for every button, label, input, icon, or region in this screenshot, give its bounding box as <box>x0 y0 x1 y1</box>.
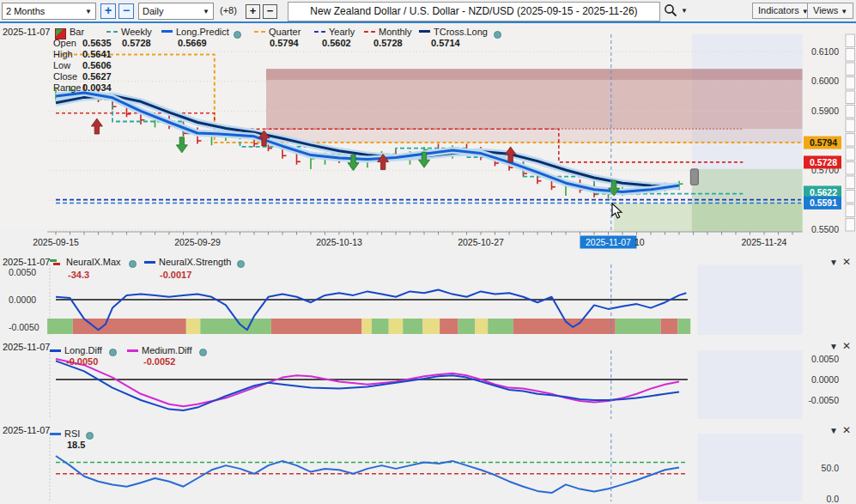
svg-text:0.0050: 0.0050 <box>811 354 839 364</box>
long-diff-swatch <box>50 349 61 352</box>
svg-text:0.5500: 0.5500 <box>811 224 839 234</box>
bars-offset-label: (+8) <box>220 5 237 15</box>
cursor-date-label: 2025-11-07 <box>3 425 50 435</box>
svg-text:2025-10-27: 2025-10-27 <box>458 237 504 247</box>
svg-text:0.5794: 0.5794 <box>810 137 837 148</box>
svg-text:0.0050: 0.0050 <box>9 267 36 277</box>
search-dropdown-icon[interactable]: ▼ <box>681 7 688 15</box>
toolbar: 2 Months ▼ + − Daily ▼ (+8) + − New Zeal… <box>0 0 856 23</box>
svg-text:-0.0050: -0.0050 <box>808 395 839 405</box>
legend-yearly-label[interactable]: Yearly <box>329 27 355 37</box>
svg-text:0.5591: 0.5591 <box>810 197 837 208</box>
ohlc-close-label: Close <box>53 71 77 82</box>
legend-monthly-label[interactable]: Monthly <box>379 27 412 37</box>
yearly-swatch <box>314 31 325 33</box>
long-diff-value: -0.0050 <box>66 356 98 367</box>
svg-text:0.0: 0.0 <box>826 494 839 504</box>
info-dot-icon[interactable] <box>234 31 241 39</box>
legend-rsi-label[interactable]: RSI <box>64 428 80 439</box>
svg-text:2025-09-15: 2025-09-15 <box>33 237 79 247</box>
legend-long-predict-label[interactable]: Long.Predict <box>176 27 229 37</box>
zoom-out-button[interactable]: − <box>118 3 134 19</box>
chevron-down-icon: ▼ <box>85 8 92 15</box>
cursor-date-label: 2025-11-07 <box>3 257 50 267</box>
ohlc-range-label: Range <box>53 82 81 93</box>
svg-text:50.0: 50.0 <box>822 463 840 473</box>
range-select[interactable]: 2 Months ▼ <box>2 3 96 20</box>
ohlc-close-value: 0.5627 <box>82 71 112 82</box>
rsi-value: 18.5 <box>67 440 85 450</box>
search-icon[interactable] <box>664 3 677 17</box>
quarter-swatch <box>254 31 265 33</box>
svg-text:-0.0050: -0.0050 <box>9 322 39 332</box>
symbol-title[interactable]: New Zealand Dollar / U.S. Dollar - NZD/U… <box>288 2 660 21</box>
svg-text:2025-10-13: 2025-10-13 <box>316 237 362 247</box>
legend-yearly-value: 0.5602 <box>322 38 351 48</box>
svg-text:0.6100: 0.6100 <box>811 46 839 57</box>
ohlc-open-value: 0.5635 <box>82 38 112 48</box>
svg-text:2025-11-07: 2025-11-07 <box>586 237 631 247</box>
neuralx-strength-value: -0.0017 <box>160 270 191 280</box>
svg-text:0.5728: 0.5728 <box>810 157 837 167</box>
range-select-value: 2 Months <box>6 6 45 16</box>
medium-diff-swatch <box>127 349 138 352</box>
cursor-date-label: 2025-11-07 <box>3 27 50 37</box>
remove-bar-button[interactable]: − <box>263 4 277 19</box>
collapse-panel-icon[interactable]: ▼ <box>829 258 838 267</box>
svg-text:2025-11-24: 2025-11-24 <box>742 237 787 247</box>
info-dot-icon[interactable] <box>494 31 501 39</box>
info-dot-icon[interactable] <box>109 349 117 356</box>
period-select-value: Daily <box>143 6 163 16</box>
neuralx-strength-swatch <box>144 261 155 264</box>
legend-tcross-label[interactable]: TCross.Long <box>434 27 488 37</box>
medium-diff-value: -0.0052 <box>143 356 175 367</box>
ohlc-low-label: Low <box>53 60 70 70</box>
views-button[interactable]: Views ▼ <box>807 3 853 19</box>
chart-canvas: 0.61000.60000.59000.57000.55000.57940.57… <box>0 0 856 504</box>
info-dot-icon[interactable] <box>86 432 94 440</box>
legend-neuralx-strength-label[interactable]: NeuralX.Strength <box>159 257 231 267</box>
legend-bar-label[interactable]: Bar <box>70 27 84 37</box>
legend-medium-diff-label[interactable]: Medium.Diff <box>142 345 191 355</box>
ohlc-low-value: 0.5606 <box>82 60 112 70</box>
legend-long-diff-label[interactable]: Long.Diff <box>64 345 102 355</box>
close-panel-icon[interactable]: ✕ <box>842 425 851 435</box>
svg-text:0.6000: 0.6000 <box>811 76 839 86</box>
svg-text:0.5900: 0.5900 <box>811 106 839 116</box>
chevron-down-icon: ▼ <box>841 8 847 15</box>
add-bar-button[interactable]: + <box>246 4 260 19</box>
ohlc-range-value: 0.0034 <box>82 82 112 93</box>
svg-text:0.0000: 0.0000 <box>811 374 839 385</box>
svg-text:0.0000: 0.0000 <box>9 295 36 305</box>
legend-long-predict-value: 0.5669 <box>178 38 207 48</box>
legend-quarter-value: 0.5794 <box>270 38 299 48</box>
legend-neuralx-max-label[interactable]: NeuralX.Max <box>66 257 121 267</box>
legend-weekly-value: 0.5728 <box>122 38 151 48</box>
info-dot-icon[interactable] <box>199 349 207 356</box>
indicators-button[interactable]: Indicators ▼ <box>752 3 815 19</box>
ohlc-high-value: 0.5641 <box>82 49 112 59</box>
legend-quarter-label[interactable]: Quarter <box>269 27 301 37</box>
info-dot-icon[interactable] <box>237 260 245 268</box>
neuralx-max-value: -34.3 <box>68 270 89 280</box>
zoom-in-button[interactable]: + <box>100 3 116 19</box>
close-panel-icon[interactable]: ✕ <box>842 341 851 351</box>
monthly-swatch <box>364 31 375 33</box>
chevron-down-icon: ▼ <box>203 8 209 15</box>
svg-text:0.5622: 0.5622 <box>810 187 837 197</box>
info-dot-icon[interactable] <box>129 260 137 268</box>
tcross-swatch <box>419 30 430 33</box>
rsi-swatch <box>50 433 61 435</box>
mouse-cursor <box>611 203 627 223</box>
legend-tcross-value: 0.5714 <box>431 38 460 48</box>
cursor-date-label: 2025-11-07 <box>3 342 50 352</box>
long-predict-swatch <box>161 30 173 33</box>
period-select[interactable]: Daily ▼ <box>138 3 214 20</box>
legend-monthly-value: 0.5728 <box>373 38 403 48</box>
weekly-swatch <box>106 31 118 33</box>
close-panel-icon[interactable]: ✕ <box>842 257 851 267</box>
collapse-panel-icon[interactable]: ▼ <box>829 427 838 435</box>
ohlc-open-label: Open <box>53 38 76 48</box>
legend-weekly-label[interactable]: Weekly <box>121 27 152 37</box>
collapse-panel-icon[interactable]: ▼ <box>829 343 838 351</box>
